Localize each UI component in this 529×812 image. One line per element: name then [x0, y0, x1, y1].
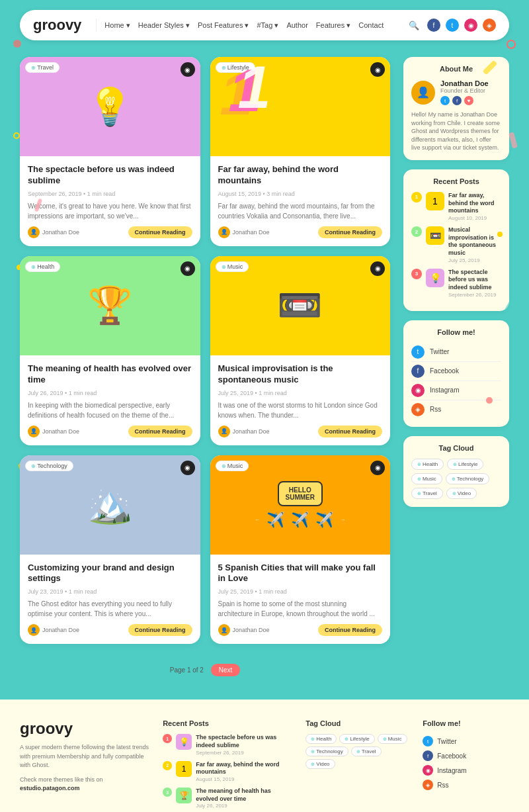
card-meta: July 26, 2019 • 1 min read — [28, 390, 192, 396]
card-tag[interactable]: Technology — [25, 461, 73, 471]
card-author: 👤 Jonathan Doe — [218, 226, 270, 238]
card-meta: July 23, 2019 • 1 min read — [28, 588, 192, 595]
pagination-text: Page 1 of 2 — [170, 666, 204, 674]
author-avatar: 👤 — [28, 226, 40, 238]
nav-contact[interactable]: Contact — [358, 21, 384, 29]
card-tag[interactable]: Travel — [25, 62, 60, 73]
footer-post-thumb-1: 💡 — [176, 734, 192, 750]
card-author: 👤 Jonathan Doe — [28, 226, 79, 238]
footer-desc: A super modern theme following the lates… — [20, 743, 149, 770]
next-page-button[interactable]: Next — [211, 664, 241, 676]
follow-me-widget: Follow me! t Twitter f Facebook ◉ Instag… — [403, 320, 509, 427]
site-logo[interactable]: groovy — [33, 17, 81, 34]
follow-facebook[interactable]: f Facebook — [411, 362, 501, 381]
footer-follow-facebook[interactable]: f Facebook — [423, 748, 509, 763]
footer-tag-technology[interactable]: Technology — [305, 746, 348, 756]
card-image-icon: 🏔️ — [87, 483, 133, 526]
blog-card-6: Music ◉ HELLOSUMMER ← ✈️ ✈️ ✈️ → 5 Spani… — [210, 455, 391, 645]
instagram-icon[interactable]: ◉ — [464, 19, 477, 32]
post-thumb-3: 💡 — [426, 269, 444, 287]
footer-post-1: 1 💡 The spectacle before us was indeed s… — [163, 734, 292, 755]
footer-twitter-label: Twitter — [437, 738, 456, 745]
footer-post-date-1: September 26, 2019 — [196, 750, 292, 756]
footer-tag-lifestyle[interactable]: Lifestyle — [339, 734, 374, 744]
card-meta: August 15, 2019 • 3 min read — [218, 191, 383, 197]
footer-recent-posts: Recent Posts 1 💡 The spectacle before us… — [163, 719, 292, 812]
tag-lifestyle[interactable]: Lifestyle — [447, 459, 483, 470]
tag-video[interactable]: Video — [446, 488, 477, 499]
card-excerpt: The Ghost editor has everything you need… — [28, 599, 192, 619]
bookmark-icon[interactable]: ◉ — [181, 461, 195, 475]
card-author: 👤 Jonathan Doe — [218, 426, 270, 437]
bookmark-icon[interactable]: ◉ — [370, 461, 385, 475]
footer-follow-me-title: Follow me! — [423, 719, 509, 727]
facebook-icon: f — [411, 365, 425, 378]
heart-icon[interactable]: ♥ — [464, 96, 473, 105]
footer-logo: groovy — [20, 719, 149, 738]
read-more-button[interactable]: Continue Reading — [318, 226, 382, 238]
rss-icon[interactable]: ◈ — [483, 19, 496, 32]
estudio-link[interactable]: estudio.patagon.com — [20, 785, 80, 791]
about-bio: Hello! My name is Jonathan Doe working f… — [411, 111, 501, 152]
footer-tag-travel[interactable]: Travel — [351, 746, 382, 756]
footer-tag-health[interactable]: Health — [305, 734, 337, 744]
search-icon[interactable]: 🔍 — [409, 21, 419, 30]
tag-technology[interactable]: Technology — [446, 473, 489, 484]
footer-follow-me-section: Follow me! t Twitter f Facebook ◉ Instag… — [423, 719, 509, 812]
footer-post-3: 3 🏆 The meaning of health has evolved ov… — [163, 788, 292, 809]
twitter-social-icon[interactable]: t — [440, 96, 450, 105]
social-links: f t ◉ ◈ — [427, 19, 496, 32]
twitter-label: Twitter — [430, 348, 449, 355]
read-more-button[interactable]: Continue Reading — [318, 426, 382, 437]
follow-twitter[interactable]: t Twitter — [411, 343, 501, 362]
footer-post-title-1: The spectacle before us was indeed subli… — [196, 734, 292, 749]
tag-music[interactable]: Music — [411, 473, 442, 484]
blog-card-3: Health ◉ 🏆 The meaning of health has evo… — [20, 256, 200, 445]
footer-post-num-2: 2 — [163, 761, 172, 770]
footer-follow-rss[interactable]: ◈ Rss — [423, 778, 509, 792]
read-more-button[interactable]: Continue Reading — [128, 226, 192, 238]
footer-instagram-icon: ◉ — [423, 765, 433, 776]
read-more-button[interactable]: Continue Reading — [128, 624, 192, 636]
nav-author[interactable]: Author — [286, 21, 307, 29]
author-avatar: 👤 — [218, 226, 230, 238]
recent-post-3: 3 💡 The spectacle before us was indeed s… — [411, 269, 501, 298]
read-more-button[interactable]: Continue Reading — [318, 624, 382, 636]
tag-travel[interactable]: Travel — [411, 488, 443, 499]
recent-posts-widget: Recent Posts 1 1 Far far away, behind th… — [403, 169, 509, 311]
nav-home[interactable]: Home ▾ — [104, 21, 130, 30]
bookmark-icon[interactable]: ◉ — [181, 261, 195, 276]
read-more-button[interactable]: Continue Reading — [128, 426, 192, 437]
card-author: 👤 Jonathan Doe — [218, 624, 270, 636]
blog-card-4: Music ◉ 📼 Musical improvisation is the s… — [210, 256, 391, 445]
pagination: Page 1 of 2 Next — [20, 654, 390, 686]
footer-post-num-3: 3 — [163, 788, 172, 797]
author-avatar-large: 👤 — [411, 81, 435, 105]
card-tag[interactable]: Music — [216, 261, 249, 272]
recent-post-1: 1 1 Far far away, behind the word mounta… — [411, 192, 501, 221]
card-tag[interactable]: Health — [25, 261, 60, 272]
twitter-icon[interactable]: t — [446, 19, 459, 32]
bookmark-icon[interactable]: ◉ — [181, 62, 195, 77]
footer-tag-video[interactable]: Video — [305, 759, 335, 769]
twitter-icon: t — [411, 345, 425, 359]
nav-features[interactable]: Features ▾ — [316, 21, 350, 30]
facebook-icon[interactable]: f — [427, 19, 440, 32]
facebook-social-icon[interactable]: f — [452, 96, 462, 105]
card-meta: July 25, 2019 • 1 min read — [218, 390, 383, 396]
rss-label: Rss — [430, 406, 441, 413]
footer-tag-music[interactable]: Music — [378, 734, 407, 744]
bookmark-icon[interactable]: ◉ — [370, 261, 385, 276]
recent-post-date-1: August 10, 2019 — [448, 215, 501, 221]
footer-tag-cloud: Health Lifestyle Music Technology Travel… — [305, 734, 409, 769]
nav-post-features[interactable]: Post Features ▾ — [198, 21, 249, 30]
tag-health[interactable]: Health — [411, 459, 444, 470]
author-avatar: 👤 — [28, 624, 40, 636]
nav-tag[interactable]: #Tag ▾ — [257, 21, 278, 30]
footer-follow-instagram[interactable]: ◉ Instagram — [423, 763, 509, 778]
footer-follow-twitter[interactable]: t Twitter — [423, 734, 509, 748]
card-excerpt: In keeping with the biomedical perspecti… — [28, 400, 192, 420]
nav-header-styles[interactable]: Header Styles ▾ — [138, 21, 190, 30]
card-tag[interactable]: Music — [216, 461, 249, 471]
recent-post-title-3: The spectacle before us was indeed subli… — [448, 269, 501, 292]
